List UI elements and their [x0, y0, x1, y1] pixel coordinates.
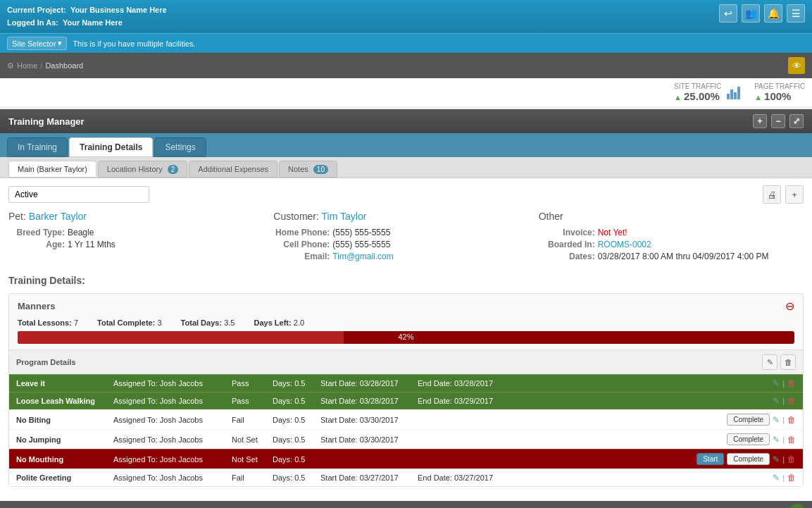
prog-status: Fail	[232, 416, 267, 424]
site-traffic-label: SITE TRAFFIC	[674, 82, 721, 90]
prog-end: End Date: 03/27/2017	[418, 473, 516, 482]
other-info: Other Invoice: Not Yet! Boarded In: ROOM…	[539, 211, 804, 264]
sub-tab-main[interactable]: Main (Barker Taylor)	[8, 161, 96, 178]
delete-icon[interactable]: 🗑	[787, 396, 796, 406]
menu-icon[interactable]: ☰	[787, 4, 805, 23]
prog-assigned: Assigned To: Josh Jacobs	[113, 455, 226, 464]
page-traffic-value: 100%	[764, 90, 791, 102]
status-row: 🖨 +	[8, 185, 804, 204]
delete-icon[interactable]: 🗑	[787, 454, 796, 464]
training-details-title: Training Details:	[8, 275, 804, 286]
delete-icon[interactable]: 🗑	[787, 473, 796, 483]
panel-expand-btn[interactable]: ⤢	[789, 114, 804, 128]
prog-start: Start Date: 03/30/2017	[320, 416, 412, 424]
pet-name-link[interactable]: Barker Taylor	[29, 211, 87, 222]
complete-button[interactable]: Complete	[727, 414, 770, 426]
invoice-label: Invoice:	[539, 228, 595, 237]
print-btn[interactable]: 🖨	[763, 185, 781, 204]
delete-icon[interactable]: 🗑	[787, 435, 796, 445]
breadcrumb-bar: ⚙ Home / Dashboard 👁	[0, 53, 812, 78]
email-label: Email:	[273, 252, 330, 261]
complete-button[interactable]: Complete	[727, 433, 770, 445]
complete-button[interactable]: Complete	[727, 453, 770, 465]
invoice-value: Not Yet!	[598, 228, 627, 237]
site-selector[interactable]: Site Selector ▾	[7, 37, 67, 50]
sub-tab-notes[interactable]: Notes 10	[279, 161, 337, 178]
email-link[interactable]: Tim@gmail.com	[332, 252, 393, 261]
customer-name-link[interactable]: Tim Taylor	[322, 211, 367, 222]
start-button[interactable]: Start	[697, 453, 724, 465]
prog-end: End Date: 03/29/2017	[418, 397, 516, 405]
page-traffic-trend: ▲	[754, 93, 762, 101]
panel-title: Training Manager	[8, 116, 85, 127]
cell-phone-row: Cell Phone: (555) 555-5555	[273, 240, 538, 249]
info-section: Pet: Barker Taylor Breed Type: Beagle Ag…	[8, 211, 804, 264]
delete-icon[interactable]: 🗑	[787, 378, 796, 388]
pet-age-row: Age: 1 Yr 11 Mths	[8, 240, 273, 249]
prog-days: Days: 0.5	[273, 416, 315, 424]
program-details-header: Program Details ✎ 🗑	[9, 349, 803, 374]
panel-add-btn[interactable]: +	[753, 114, 767, 128]
site-traffic-chart-icon	[727, 85, 740, 99]
pet-info: Pet: Barker Taylor Breed Type: Beagle Ag…	[8, 211, 273, 264]
prog-assigned: Assigned To: Josh Jacobs	[113, 416, 226, 424]
add-bottom: +	[0, 501, 812, 508]
tab-in-training[interactable]: In Training	[7, 137, 68, 157]
prog-delete-btn[interactable]: 🗑	[780, 354, 796, 370]
gear-icon: ⚙	[7, 61, 14, 70]
prog-status: Fail	[232, 473, 267, 482]
boarded-value: ROOMS-0002	[598, 240, 651, 249]
header-info: Current Project: Your Business Name Here…	[7, 4, 167, 29]
eye-icon[interactable]: 👁	[788, 57, 805, 74]
delete-icon[interactable]: 🗑	[787, 415, 796, 425]
edit-icon[interactable]: ✎	[773, 435, 780, 445]
site-traffic-value: 25.00%	[684, 90, 720, 102]
panel-minimize-btn[interactable]: −	[771, 114, 785, 128]
prog-days: Days: 0.5	[273, 435, 315, 444]
prog-status: Not Set	[232, 455, 267, 464]
prog-name: Loose Leash Walking	[16, 397, 108, 405]
edit-icon[interactable]: ✎	[773, 378, 780, 388]
header-actions: ↩ 👥 🔔 ☰	[719, 4, 805, 23]
add-program-btn[interactable]: +	[789, 504, 805, 508]
chevron-down-icon: ▾	[58, 39, 62, 48]
logged-in-value: Your Name Here	[63, 18, 123, 27]
edit-icon[interactable]: ✎	[773, 454, 780, 464]
manners-stats: Total Lessons: 7 Total Complete: 3 Total…	[9, 318, 803, 331]
sub-tab-location-history[interactable]: Location History 2	[98, 161, 188, 178]
prog-actions: ✎|🗑	[773, 473, 796, 483]
breed-label: Breed Type:	[8, 228, 65, 237]
edit-icon[interactable]: ✎	[773, 396, 780, 406]
breadcrumb-home[interactable]: Home	[17, 61, 37, 70]
site-traffic-widget: SITE TRAFFIC ▲ 25.00%	[674, 82, 740, 102]
add-record-btn[interactable]: +	[785, 185, 804, 204]
manners-header: Manners ⊖	[9, 294, 803, 318]
prog-actions: Complete✎|🗑	[727, 414, 796, 426]
status-input[interactable]	[8, 186, 149, 203]
prog-edit-btn[interactable]: ✎	[762, 354, 777, 370]
prog-status: Pass	[232, 397, 267, 405]
age-value: 1 Yr 11 Mths	[68, 240, 115, 249]
edit-icon[interactable]: ✎	[773, 473, 780, 483]
sub-tab-additional-expenses[interactable]: Additional Expenses	[189, 161, 277, 178]
prog-days: Days: 0.5	[273, 473, 315, 482]
tab-training-details[interactable]: Training Details	[69, 137, 153, 157]
breadcrumb: ⚙ Home / Dashboard	[7, 61, 83, 70]
top-header: Current Project: Your Business Name Here…	[0, 0, 812, 33]
breadcrumb-current: Dashboard	[45, 61, 83, 70]
bell-icon[interactable]: 🔔	[764, 4, 782, 23]
prog-days: Days: 0.5	[273, 397, 315, 405]
arrow-icon[interactable]: ↩	[719, 4, 737, 23]
tabs-bar: In Training Training Details Settings	[0, 133, 812, 157]
table-row: Polite Greeting Assigned To: Josh Jacobs…	[9, 469, 803, 486]
users-icon[interactable]: 👥	[742, 4, 760, 23]
boarded-row: Boarded In: ROOMS-0002	[539, 240, 804, 249]
boarded-link[interactable]: ROOMS-0002	[598, 240, 651, 249]
edit-icon[interactable]: ✎	[773, 415, 780, 425]
invoice-row: Invoice: Not Yet!	[539, 228, 804, 237]
program-details-label: Program Details	[16, 358, 75, 366]
prog-start: Start Date: 03/28/2017	[320, 379, 412, 388]
tab-settings[interactable]: Settings	[154, 137, 206, 157]
prog-actions: StartComplete✎|🗑	[697, 453, 796, 465]
manners-remove-btn[interactable]: ⊖	[785, 299, 794, 313]
